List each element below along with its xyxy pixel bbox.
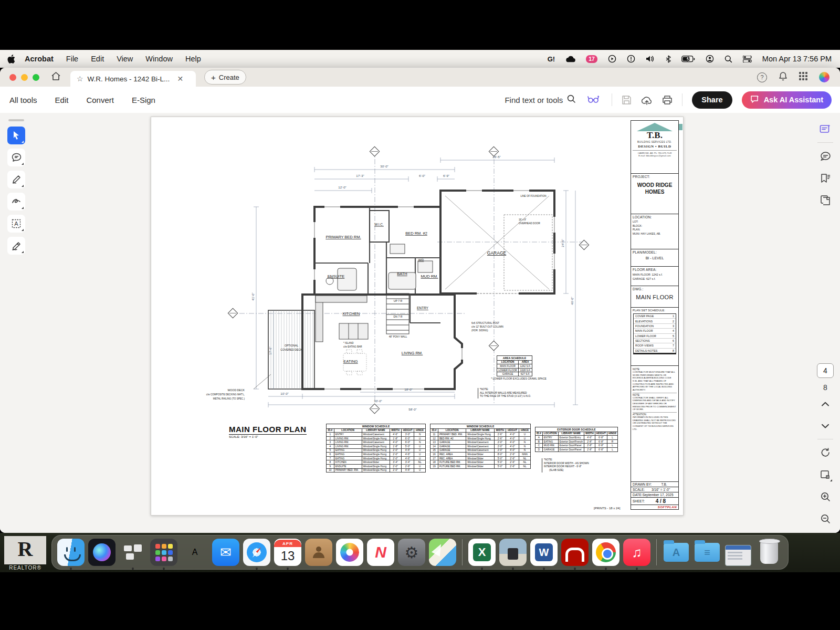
calendar-dock-icon[interactable]: APR13: [274, 539, 301, 566]
home-icon[interactable]: [51, 71, 61, 83]
menu-app-name[interactable]: Acrobat: [18, 50, 60, 68]
print-icon[interactable]: [662, 95, 673, 105]
excel-dock-icon[interactable]: X: [468, 539, 496, 566]
word-dock-icon[interactable]: W: [530, 539, 558, 566]
svg-text:LINE OF FOUNDATION: LINE OF FOUNDATION: [520, 195, 546, 197]
svg-text:* ISLAND: * ISLAND: [343, 342, 354, 344]
svg-text:* LOWER FLOOR EXCLUDES CRAWL S: * LOWER FLOOR EXCLUDES CRAWL SPACE: [491, 377, 547, 380]
find-text-box[interactable]: Find text or tools: [505, 94, 576, 105]
upload-cloud-icon[interactable]: [641, 95, 653, 105]
company-logo: T.B. BUILDING SERVICES LTD. DESIGN • BUI…: [631, 121, 678, 174]
close-tab-icon[interactable]: ✕: [177, 75, 183, 83]
menu-edit[interactable]: Edit: [85, 50, 110, 68]
document-tab[interactable]: ☆ W.R. Homes - 1242 Bi-L... ✕: [70, 71, 196, 87]
preview-image-dock-icon[interactable]: [499, 539, 527, 566]
rotate-page-icon[interactable]: [816, 444, 834, 461]
pages-panel-icon[interactable]: [816, 191, 834, 209]
softplan-logo: SOFTPLAN: [631, 505, 678, 509]
room-label-wic: W.I.C.: [374, 223, 384, 226]
select-tool[interactable]: [7, 127, 25, 144]
close-window-button[interactable]: [9, 74, 16, 81]
help-icon[interactable]: ?: [757, 72, 767, 82]
zoom-out-icon[interactable]: [816, 510, 834, 528]
spotlight-search-icon[interactable]: [724, 54, 732, 64]
cloud-status-icon[interactable]: [565, 54, 575, 64]
draw-tool[interactable]: [7, 193, 25, 211]
battery-icon[interactable]: [681, 54, 695, 64]
bookmarks-panel-icon[interactable]: [816, 169, 834, 187]
menu-file[interactable]: File: [60, 50, 85, 68]
badge-17-icon[interactable]: 17: [586, 55, 597, 63]
photos-dock-icon[interactable]: [336, 539, 363, 566]
previous-page-icon[interactable]: [816, 395, 834, 413]
save-icon[interactable]: [622, 95, 632, 105]
window-thumb-dock-icon[interactable]: [724, 539, 752, 566]
room-label-garage: GARAGE: [487, 250, 507, 256]
page-view-icon[interactable]: [816, 466, 834, 484]
user-avatar[interactable]: [819, 72, 830, 82]
room-label-mudrm: MUD RM.: [421, 274, 438, 279]
svg-text:DN 7 R: DN 7 R: [393, 315, 402, 318]
room-label-bed2: BED RM. #2: [405, 231, 427, 236]
ai-glasses-icon[interactable]: [587, 94, 600, 106]
control-center-icon[interactable]: [743, 54, 752, 64]
esign-menu[interactable]: E-Sign: [132, 96, 155, 104]
menu-bar-clock[interactable]: Mon Apr 13 7:56 PM: [762, 55, 832, 63]
menu-view[interactable]: View: [110, 50, 139, 68]
current-page-input[interactable]: 4: [817, 363, 834, 378]
alert-status-icon[interactable]: [627, 54, 635, 64]
svg-text:10'-0": 10'-0": [280, 392, 288, 395]
tab-title: W.R. Homes - 1242 Bi-L...: [88, 75, 170, 83]
finder-dock-icon[interactable]: [57, 539, 85, 566]
trash-dock-icon[interactable]: [755, 539, 783, 566]
maps-dock-icon[interactable]: [429, 539, 456, 566]
contacts-dock-icon[interactable]: [305, 539, 332, 566]
grammarly-status-icon[interactable]: G!: [548, 54, 555, 64]
comments-panel-icon[interactable]: [816, 147, 834, 165]
zoom-in-icon[interactable]: [816, 488, 834, 506]
create-button[interactable]: + Create: [204, 70, 246, 85]
right-tool-rail: 4 8: [811, 113, 840, 533]
folder-apps-dock-icon[interactable]: A: [663, 539, 690, 566]
share-button[interactable]: Share: [692, 91, 732, 109]
ai-assistant-panel-icon[interactable]: [816, 120, 834, 138]
fill-sign-tool[interactable]: [7, 237, 25, 255]
minimize-window-button[interactable]: [21, 74, 28, 81]
ask-ai-assistant-button[interactable]: Ask AI Assistant: [742, 91, 832, 109]
play-status-icon[interactable]: [608, 54, 616, 64]
highlight-tool[interactable]: [7, 171, 25, 188]
chrome-dock-icon[interactable]: [592, 539, 620, 566]
menu-help[interactable]: Help: [179, 50, 207, 68]
rail-drag-handle[interactable]: [8, 119, 24, 121]
pdf-page[interactable]: PRIMARY BED RM. W.I.C. BED RM. #2 ENSUIT…: [151, 117, 684, 516]
user-account-icon[interactable]: [706, 54, 714, 64]
all-tools-menu[interactable]: All tools: [9, 96, 37, 104]
star-icon[interactable]: ☆: [77, 75, 83, 83]
svg-text:COVERED DECK: COVERED DECK: [280, 348, 302, 351]
edit-menu[interactable]: Edit: [55, 96, 69, 104]
music-dock-icon[interactable]: ♫: [623, 539, 650, 566]
room-label-primary-bed: PRIMARY BED RM.: [326, 235, 361, 239]
acrobat-dock-icon[interactable]: [561, 539, 589, 566]
mission-control-dock-icon[interactable]: [119, 539, 146, 566]
svg-text:12'-0": 12'-0": [338, 186, 346, 189]
select-text-tool[interactable]: A: [7, 215, 25, 233]
siri-dock-icon[interactable]: [88, 539, 116, 566]
folder-docs-dock-icon[interactable]: ≡: [694, 539, 721, 566]
apps-grid-icon[interactable]: [799, 72, 807, 82]
notifications-bell-icon[interactable]: [779, 71, 788, 83]
next-page-icon[interactable]: [816, 417, 834, 435]
launchpad-dock-icon[interactable]: [150, 539, 177, 566]
bluetooth-icon[interactable]: [666, 54, 671, 64]
convert-menu[interactable]: Convert: [86, 96, 114, 104]
news-dock-icon[interactable]: N: [367, 539, 394, 566]
menu-window[interactable]: Window: [139, 50, 179, 68]
app-store-dock-icon[interactable]: A: [181, 539, 208, 566]
settings-dock-icon[interactable]: ⚙: [398, 539, 425, 566]
volume-icon[interactable]: [646, 54, 655, 64]
mail-dock-icon[interactable]: ✉: [212, 539, 239, 566]
comment-tool[interactable]: [7, 149, 25, 166]
apple-menu-icon[interactable]: [7, 54, 15, 64]
zoom-window-button[interactable]: [33, 74, 39, 81]
safari-dock-icon[interactable]: [243, 539, 270, 566]
